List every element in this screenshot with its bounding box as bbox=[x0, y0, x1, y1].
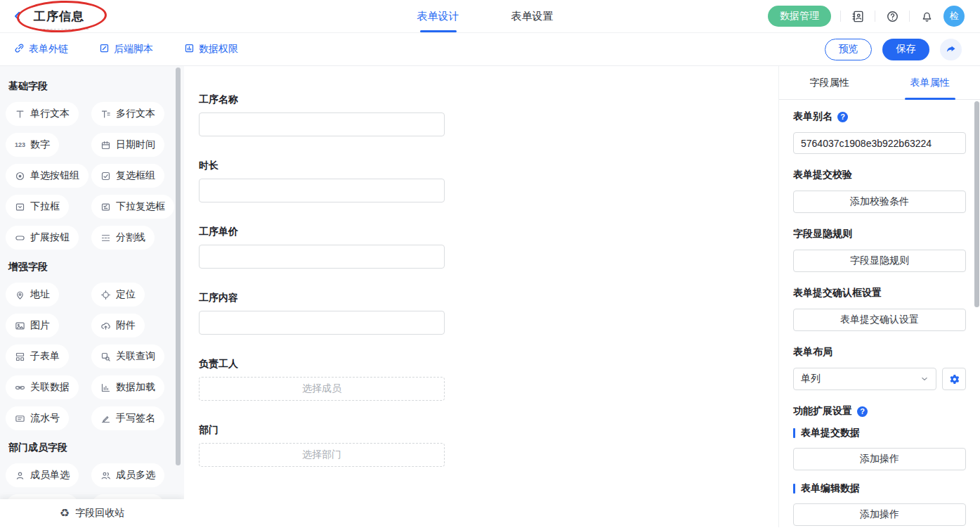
toolbar-link-label: 后端脚本 bbox=[114, 43, 153, 56]
avatar[interactable]: 检 bbox=[943, 6, 965, 27]
save-button[interactable]: 保存 bbox=[882, 39, 929, 60]
field-item-label: 流水号 bbox=[30, 412, 60, 425]
data-permission[interactable]: 数据权限 bbox=[184, 43, 238, 56]
visibility-rules-button[interactable]: 字段显隐规则 bbox=[793, 250, 966, 272]
backend-script[interactable]: 后端脚本 bbox=[99, 43, 153, 56]
field-item-label: 关联查询 bbox=[116, 350, 155, 363]
form-external-link[interactable]: 表单外链 bbox=[14, 43, 68, 56]
extension-settings-label: 功能扩展设置 ? bbox=[793, 405, 966, 418]
field-item-address[interactable]: 地址 bbox=[6, 283, 59, 307]
form-field-3[interactable]: 工序内容 bbox=[199, 292, 445, 335]
field-item-label: 单选按钮组 bbox=[30, 169, 79, 182]
title-edit-underline bbox=[32, 29, 89, 30]
text-input[interactable] bbox=[199, 179, 445, 202]
field-item-data-load[interactable]: 数据加载 bbox=[91, 375, 164, 399]
field-item-label: 手写签名 bbox=[116, 412, 155, 425]
field-item-label: 单行文本 bbox=[30, 108, 70, 120]
tab-form-properties[interactable]: 表单属性 bbox=[880, 66, 980, 99]
text-input[interactable] bbox=[199, 112, 445, 136]
field-item-multi-text[interactable]: 多行文本 bbox=[91, 102, 164, 126]
field-item-linked-query[interactable]: 关联查询 bbox=[91, 345, 164, 368]
field-item-image[interactable]: 图片 bbox=[6, 314, 59, 337]
location-icon bbox=[100, 290, 111, 300]
field-item-attachment[interactable]: 附件 bbox=[91, 314, 145, 337]
field-item-label: 日期时间 bbox=[116, 139, 155, 151]
form-field-5[interactable]: 部门选择部门 bbox=[199, 424, 445, 467]
select-icon bbox=[15, 202, 25, 212]
department-picker[interactable]: 选择部门 bbox=[199, 443, 445, 467]
submit-data-group-label: 表单提交数据 bbox=[793, 427, 966, 439]
tab-form-settings[interactable]: 表单设置 bbox=[511, 0, 554, 32]
share-button[interactable] bbox=[940, 39, 962, 60]
field-item-label: 子表单 bbox=[30, 350, 60, 363]
toolbar-links: 表单外链 后端脚本 数据权限 bbox=[14, 43, 238, 56]
field-item-member-single[interactable]: 成员单选 bbox=[6, 463, 79, 487]
submit-data-add-action-button[interactable]: 添加操作 bbox=[793, 448, 966, 470]
field-item-select[interactable]: 下拉框 bbox=[6, 195, 69, 219]
section-title: 增强字段 bbox=[8, 261, 178, 273]
recycle-icon: ♻ bbox=[60, 508, 70, 519]
help-icon[interactable]: ? bbox=[837, 112, 848, 122]
field-recycle-bin[interactable]: ♻ 字段回收站 bbox=[0, 499, 184, 527]
extend-button-icon bbox=[15, 233, 25, 243]
field-item-signature[interactable]: 手写签名 bbox=[91, 406, 164, 430]
field-item-label: 复选框组 bbox=[116, 169, 155, 182]
field-item-label: 下拉复选框 bbox=[116, 200, 165, 213]
help-icon[interactable] bbox=[884, 8, 900, 24]
header-tabs: 表单设计 表单设置 bbox=[417, 0, 554, 32]
sidebar-sections: 基础字段单行文本多行文本123数字日期时间单选按钮组复选框组下拉框下拉复选框扩展… bbox=[6, 80, 178, 518]
tab-form-design[interactable]: 表单设计 bbox=[417, 0, 459, 32]
field-item-extend-button[interactable]: 扩展按钮 bbox=[6, 226, 79, 250]
text-input[interactable] bbox=[199, 245, 445, 269]
data-permission-icon bbox=[184, 43, 195, 56]
form-alias-input[interactable]: 5764037c1908e3b922b63224 bbox=[793, 132, 966, 154]
form-field-4[interactable]: 负责工人选择成员 bbox=[199, 358, 445, 401]
form-field-2[interactable]: 工序单价 bbox=[199, 226, 445, 269]
serial-number-icon bbox=[15, 413, 25, 424]
edit-data-add-action-button[interactable]: 添加操作 bbox=[793, 503, 966, 526]
layout-settings-button[interactable] bbox=[942, 368, 966, 390]
field-item-single-text[interactable]: 单行文本 bbox=[6, 102, 79, 126]
add-validation-button[interactable]: 添加校验条件 bbox=[793, 191, 966, 213]
divider bbox=[909, 11, 910, 22]
preview-button[interactable]: 预览 bbox=[825, 39, 872, 60]
field-item-checkbox-group[interactable]: 复选框组 bbox=[91, 164, 164, 188]
submit-confirm-label: 表单提交确认框设置 bbox=[793, 287, 966, 300]
data-load-icon bbox=[100, 382, 111, 393]
divider bbox=[840, 11, 841, 22]
form-canvas: 工序名称时长工序单价工序内容负责工人选择成员部门选择部门 bbox=[184, 66, 778, 527]
checkbox-group-icon bbox=[100, 171, 111, 181]
signature-icon bbox=[100, 413, 111, 424]
field-item-subform[interactable]: 子表单 bbox=[6, 345, 69, 368]
back-icon[interactable] bbox=[10, 8, 25, 24]
sidebar-scrollbar[interactable] bbox=[176, 67, 181, 465]
contacts-icon[interactable] bbox=[850, 8, 865, 24]
field-item-member-multi[interactable]: 成员多选 bbox=[91, 463, 164, 487]
member-multi-icon bbox=[100, 470, 111, 481]
field-item-location[interactable]: 定位 bbox=[91, 283, 145, 307]
field-item-multi-select[interactable]: 下拉复选框 bbox=[91, 195, 174, 219]
field-item-linked-data[interactable]: 关联数据 bbox=[6, 375, 79, 399]
data-manage-button[interactable]: 数据管理 bbox=[768, 6, 831, 27]
notification-bell-icon[interactable] bbox=[919, 8, 934, 24]
form-field-0[interactable]: 工序名称 bbox=[199, 94, 445, 136]
layout-select[interactable]: 单列 bbox=[793, 368, 936, 390]
field-item-number[interactable]: 123数字 bbox=[6, 133, 59, 157]
form-field-1[interactable]: 时长 bbox=[199, 160, 445, 202]
attachment-icon bbox=[100, 321, 111, 331]
member-picker[interactable]: 选择成员 bbox=[199, 377, 445, 401]
field-item-divider[interactable]: 分割线 bbox=[91, 226, 155, 250]
submit-confirm-button[interactable]: 表单提交确认设置 bbox=[793, 309, 966, 331]
field-item-label: 附件 bbox=[116, 319, 136, 332]
datetime-icon bbox=[100, 140, 111, 150]
window-scrollbar[interactable] bbox=[974, 101, 979, 307]
address-icon bbox=[15, 290, 25, 300]
submit-validation-label: 表单提交校验 bbox=[793, 169, 966, 181]
field-item-serial-number[interactable]: 流水号 bbox=[6, 406, 69, 430]
text-input[interactable] bbox=[199, 311, 445, 335]
field-item-radio-group[interactable]: 单选按钮组 bbox=[6, 164, 89, 188]
help-icon[interactable]: ? bbox=[857, 406, 868, 417]
linked-data-icon bbox=[15, 382, 25, 393]
tab-field-properties[interactable]: 字段属性 bbox=[779, 66, 880, 99]
field-item-datetime[interactable]: 日期时间 bbox=[91, 133, 164, 157]
